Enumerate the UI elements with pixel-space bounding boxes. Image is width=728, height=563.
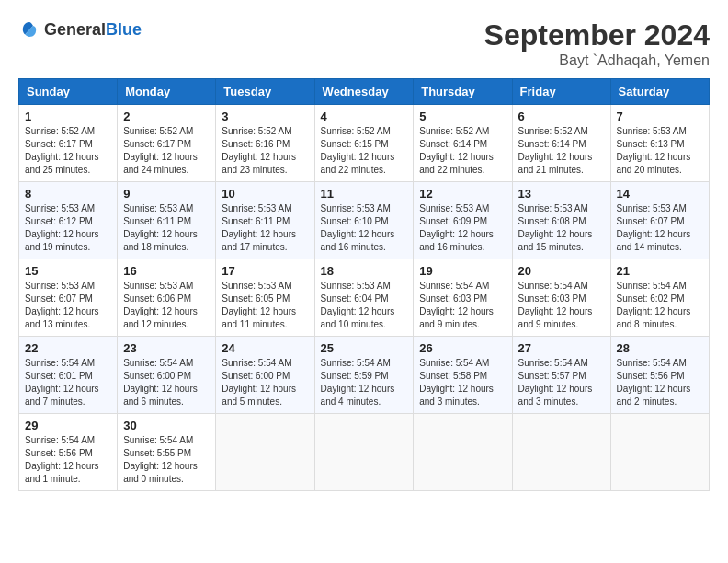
sunset-label: Sunset: 6:08 PM (518, 216, 586, 226)
daylight-label: Daylight: 12 hours and 21 minutes. (518, 152, 593, 175)
calendar-cell: 30 Sunrise: 5:54 AM Sunset: 5:55 PM Dayl… (118, 414, 216, 491)
day-info: Sunrise: 5:53 AM Sunset: 6:08 PM Dayligh… (518, 202, 605, 254)
weekday-header: Saturday (610, 79, 709, 105)
sunrise-label: Sunrise: 5:52 AM (222, 126, 291, 136)
day-info: Sunrise: 5:53 AM Sunset: 6:07 PM Dayligh… (617, 202, 703, 254)
calendar-cell: 22 Sunrise: 5:54 AM Sunset: 6:01 PM Dayl… (19, 337, 118, 414)
calendar-cell: 14 Sunrise: 5:53 AM Sunset: 6:07 PM Dayl… (610, 182, 709, 259)
daylight-label: Daylight: 12 hours and 18 minutes. (123, 229, 198, 252)
calendar-cell (414, 414, 512, 491)
day-number: 13 (518, 187, 605, 201)
daylight-label: Daylight: 12 hours and 9 minutes. (518, 306, 593, 329)
calendar-cell: 29 Sunrise: 5:54 AM Sunset: 5:56 PM Dayl… (19, 414, 118, 491)
day-number: 23 (123, 341, 210, 355)
calendar-cell: 24 Sunrise: 5:54 AM Sunset: 6:00 PM Dayl… (216, 337, 314, 414)
sunrise-label: Sunrise: 5:54 AM (123, 435, 193, 445)
sunset-label: Sunset: 6:11 PM (222, 216, 290, 226)
day-number: 10 (222, 187, 308, 201)
day-number: 22 (25, 341, 111, 355)
daylight-label: Daylight: 12 hours and 8 minutes. (617, 306, 691, 329)
calendar-table: SundayMondayTuesdayWednesdayThursdayFrid… (18, 78, 710, 491)
sunrise-label: Sunrise: 5:53 AM (617, 203, 687, 213)
daylight-label: Daylight: 12 hours and 11 minutes. (222, 306, 296, 329)
sunset-label: Sunset: 6:10 PM (321, 216, 389, 226)
sunset-label: Sunset: 5:58 PM (419, 371, 487, 381)
calendar-cell: 26 Sunrise: 5:54 AM Sunset: 5:58 PM Dayl… (414, 337, 512, 414)
daylight-label: Daylight: 12 hours and 15 minutes. (518, 229, 593, 252)
calendar-cell: 15 Sunrise: 5:53 AM Sunset: 6:07 PM Dayl… (19, 259, 118, 337)
daylight-label: Daylight: 12 hours and 22 minutes. (419, 152, 494, 175)
day-info: Sunrise: 5:52 AM Sunset: 6:15 PM Dayligh… (321, 125, 408, 177)
sunset-label: Sunset: 6:05 PM (222, 293, 290, 304)
daylight-label: Daylight: 12 hours and 6 minutes. (123, 384, 198, 407)
daylight-label: Daylight: 12 hours and 12 minutes. (123, 306, 198, 329)
daylight-label: Daylight: 12 hours and 25 minutes. (25, 152, 99, 175)
calendar-cell (216, 414, 314, 491)
day-info: Sunrise: 5:53 AM Sunset: 6:04 PM Dayligh… (321, 280, 408, 331)
day-number: 8 (25, 187, 111, 201)
day-info: Sunrise: 5:53 AM Sunset: 6:13 PM Dayligh… (617, 125, 703, 177)
day-info: Sunrise: 5:53 AM Sunset: 6:07 PM Dayligh… (25, 280, 111, 331)
day-number: 15 (25, 264, 111, 278)
calendar-cell: 28 Sunrise: 5:54 AM Sunset: 5:56 PM Dayl… (610, 337, 709, 414)
daylight-label: Daylight: 12 hours and 3 minutes. (518, 384, 593, 407)
day-number: 1 (25, 109, 111, 123)
daylight-label: Daylight: 12 hours and 1 minute. (25, 461, 99, 484)
sunset-label: Sunset: 6:11 PM (123, 216, 191, 226)
calendar-cell: 27 Sunrise: 5:54 AM Sunset: 5:57 PM Dayl… (512, 337, 610, 414)
location-title: Bayt `Adhaqah, Yemen (484, 52, 710, 69)
sunrise-label: Sunrise: 5:54 AM (419, 358, 489, 368)
calendar-cell: 1 Sunrise: 5:52 AM Sunset: 6:17 PM Dayli… (19, 105, 118, 182)
day-info: Sunrise: 5:54 AM Sunset: 6:00 PM Dayligh… (123, 357, 210, 408)
calendar-cell: 4 Sunrise: 5:52 AM Sunset: 6:15 PM Dayli… (314, 105, 414, 182)
day-number: 17 (222, 264, 308, 278)
day-info: Sunrise: 5:52 AM Sunset: 6:17 PM Dayligh… (25, 125, 111, 177)
day-number: 6 (518, 109, 605, 123)
daylight-label: Daylight: 12 hours and 16 minutes. (419, 229, 494, 252)
sunrise-label: Sunrise: 5:53 AM (321, 203, 391, 213)
day-info: Sunrise: 5:54 AM Sunset: 5:58 PM Dayligh… (419, 357, 506, 408)
day-number: 9 (123, 187, 210, 201)
sunset-label: Sunset: 5:57 PM (518, 371, 586, 381)
day-info: Sunrise: 5:54 AM Sunset: 6:02 PM Dayligh… (617, 280, 703, 331)
sunrise-label: Sunrise: 5:52 AM (321, 126, 391, 136)
sunrise-label: Sunrise: 5:54 AM (518, 281, 588, 291)
sunset-label: Sunset: 6:14 PM (419, 139, 487, 149)
day-number: 3 (222, 109, 308, 123)
calendar-week-row: 8 Sunrise: 5:53 AM Sunset: 6:12 PM Dayli… (19, 182, 710, 259)
calendar-cell: 6 Sunrise: 5:52 AM Sunset: 6:14 PM Dayli… (512, 105, 610, 182)
day-number: 27 (518, 341, 605, 355)
sunset-label: Sunset: 5:55 PM (123, 448, 191, 458)
sunrise-label: Sunrise: 5:53 AM (419, 203, 489, 213)
sunrise-label: Sunrise: 5:53 AM (25, 203, 95, 213)
sunset-label: Sunset: 5:56 PM (617, 371, 685, 381)
sunset-label: Sunset: 6:12 PM (25, 216, 93, 226)
day-number: 5 (419, 109, 506, 123)
daylight-label: Daylight: 12 hours and 20 minutes. (617, 152, 691, 175)
logo-general-text: GeneralBlue (44, 20, 142, 40)
day-number: 30 (123, 419, 210, 432)
day-info: Sunrise: 5:53 AM Sunset: 6:05 PM Dayligh… (222, 280, 308, 331)
calendar-cell (610, 414, 709, 491)
day-info: Sunrise: 5:53 AM Sunset: 6:10 PM Dayligh… (321, 202, 408, 254)
daylight-label: Daylight: 12 hours and 22 minutes. (321, 152, 395, 175)
logo-icon (18, 18, 40, 40)
calendar-cell: 21 Sunrise: 5:54 AM Sunset: 6:02 PM Dayl… (610, 259, 709, 337)
daylight-label: Daylight: 12 hours and 13 minutes. (25, 306, 99, 329)
sunrise-label: Sunrise: 5:52 AM (419, 126, 489, 136)
sunrise-label: Sunrise: 5:53 AM (222, 281, 291, 291)
day-number: 26 (419, 341, 506, 355)
calendar-cell: 3 Sunrise: 5:52 AM Sunset: 6:16 PM Dayli… (216, 105, 314, 182)
daylight-label: Daylight: 12 hours and 16 minutes. (321, 229, 395, 252)
sunset-label: Sunset: 6:15 PM (321, 139, 389, 149)
sunrise-label: Sunrise: 5:54 AM (518, 358, 588, 368)
daylight-label: Daylight: 12 hours and 19 minutes. (25, 229, 99, 252)
daylight-label: Daylight: 12 hours and 24 minutes. (123, 152, 198, 175)
daylight-label: Daylight: 12 hours and 2 minutes. (617, 384, 691, 407)
day-number: 11 (321, 187, 408, 201)
calendar-week-row: 29 Sunrise: 5:54 AM Sunset: 5:56 PM Dayl… (19, 414, 710, 491)
sunrise-label: Sunrise: 5:53 AM (617, 126, 687, 136)
day-number: 21 (617, 264, 703, 278)
day-info: Sunrise: 5:53 AM Sunset: 6:12 PM Dayligh… (25, 202, 111, 254)
day-info: Sunrise: 5:54 AM Sunset: 6:03 PM Dayligh… (518, 280, 605, 331)
